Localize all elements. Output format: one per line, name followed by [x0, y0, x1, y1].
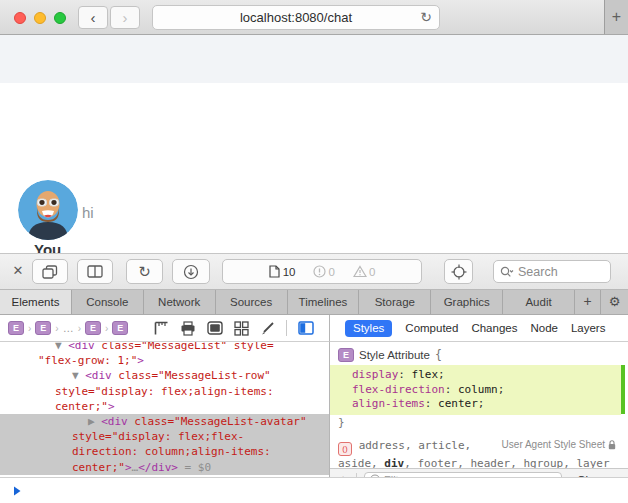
- settings-gear-icon[interactable]: ⚙: [601, 290, 628, 314]
- breadcrumb-element-badge[interactable]: E: [112, 321, 128, 335]
- new-tab-button[interactable]: +: [604, 0, 628, 34]
- css-property-value: column: [458, 383, 498, 396]
- address-bar[interactable]: ↻: [152, 5, 440, 30]
- code-token: class="MessageList-avatar": [128, 415, 307, 428]
- css-semicolon: ;: [478, 397, 485, 410]
- code-token: <div: [68, 342, 95, 352]
- breadcrumb-ellipsis: …: [63, 322, 74, 334]
- tab-storage[interactable]: Storage: [359, 290, 431, 314]
- add-tab-button[interactable]: +: [575, 290, 601, 314]
- console-prompt-row[interactable]: [0, 477, 628, 503]
- ruler-icon[interactable]: [154, 321, 169, 336]
- dom-breadcrumb-bar: E›E›…›E›E: [0, 315, 330, 342]
- css-property-value: flex: [412, 368, 439, 381]
- split-view-button[interactable]: [77, 259, 113, 284]
- split-view-icon: [87, 265, 103, 278]
- search-input[interactable]: [518, 265, 596, 279]
- dom-tree-panel[interactable]: ▼ <div class="MessageList" style="flex-g…: [0, 342, 330, 478]
- screenshot-icon[interactable]: [207, 321, 223, 335]
- tab-graphics[interactable]: Graphics: [431, 290, 503, 314]
- dock-icon: [42, 265, 58, 279]
- paintbrush-icon[interactable]: [260, 321, 275, 336]
- print-icon[interactable]: [180, 321, 196, 336]
- dom-tree-line[interactable]: direction: column;align-items:: [0, 444, 329, 459]
- zoom-window-button[interactable]: [54, 12, 66, 24]
- css-declaration[interactable]: align-items: center;: [352, 397, 621, 412]
- dom-tree-line[interactable]: style="display: flex;flex-: [0, 429, 329, 444]
- lock-icon: [608, 440, 616, 450]
- dom-tree-line[interactable]: center;">…</div> = $0: [0, 460, 329, 475]
- reload-page-button[interactable]: ↻: [126, 259, 163, 284]
- tab-sources[interactable]: Sources: [216, 290, 288, 314]
- user-avatar: [18, 180, 78, 240]
- sidebar-toggle-icon[interactable]: [298, 321, 314, 335]
- element-picker-button[interactable]: [444, 259, 473, 284]
- code-token: style="display: flex;flex-: [72, 430, 244, 443]
- toolbar-divider: [286, 320, 287, 336]
- code-token: direction: column;align-items:: [72, 445, 271, 458]
- warning-count: 0: [353, 265, 375, 278]
- breadcrumb-element-badge[interactable]: E: [35, 321, 51, 335]
- sidebar-tab-computed[interactable]: Computed: [405, 322, 458, 334]
- tab-elements[interactable]: Elements: [0, 290, 72, 314]
- css-colon: :: [445, 383, 458, 396]
- breadcrumb-separator: ›: [78, 323, 81, 334]
- inspector-search-field[interactable]: [493, 260, 611, 283]
- code-token: = $0: [178, 461, 211, 474]
- styles-panel: E Style Attribute { display: flex;flex-d…: [330, 342, 628, 478]
- dom-tree-line[interactable]: ▶ <div class="MessageList-avatar": [0, 414, 329, 429]
- breadcrumb-element-badge[interactable]: E: [8, 321, 24, 335]
- breadcrumb-separator: ›: [55, 323, 58, 334]
- code-token: >: [137, 354, 144, 367]
- grid-icon[interactable]: [234, 321, 249, 336]
- css-colon: :: [425, 397, 438, 410]
- inspector-tab-bar: ElementsConsoleNetworkSourcesTimelinesSt…: [0, 290, 628, 315]
- code-token: >: [125, 461, 132, 474]
- crosshair-icon: [451, 264, 467, 280]
- styles-sidebar-tab-bar: StylesComputedChangesNodeLayers: [330, 315, 628, 342]
- tab-network[interactable]: Network: [144, 290, 216, 314]
- code-token: class="MessageList": [95, 342, 227, 352]
- code-token: <div: [101, 415, 128, 428]
- dock-button[interactable]: [32, 259, 68, 284]
- dom-tree-line[interactable]: center;">: [0, 399, 329, 414]
- error-count: 0: [313, 265, 334, 278]
- close-window-button[interactable]: [14, 12, 26, 24]
- sidebar-tab-styles[interactable]: Styles: [345, 320, 392, 337]
- css-declaration[interactable]: display: flex;: [352, 368, 621, 383]
- reload-icon[interactable]: ↻: [420, 9, 432, 25]
- css-declarations[interactable]: display: flex;flex-direction: column;ali…: [330, 365, 621, 415]
- resource-status-control[interactable]: 10 0 0: [222, 259, 422, 284]
- sidebar-tab-node[interactable]: Node: [530, 322, 558, 334]
- tab-console[interactable]: Console: [72, 290, 144, 314]
- error-icon: [313, 265, 326, 278]
- close-inspector-button[interactable]: ✕: [11, 263, 25, 278]
- breadcrumb-separator: ›: [28, 323, 31, 334]
- stylesheet-origin: User Agent Style Sheet: [502, 439, 616, 450]
- sidebar-tab-layers[interactable]: Layers: [571, 322, 606, 334]
- warning-icon: [353, 265, 367, 278]
- code-token: ▶: [88, 415, 101, 428]
- breadcrumb-element-badge[interactable]: E: [85, 321, 101, 335]
- safari-window: ‹ › ↻ + hi You: [0, 0, 628, 503]
- dom-tree-line[interactable]: "flex-grow: 1;">: [0, 353, 329, 368]
- css-declaration[interactable]: flex-direction: column;: [352, 383, 621, 398]
- code-token: </div>: [138, 461, 178, 474]
- back-button[interactable]: ‹: [78, 6, 108, 29]
- css-semicolon: ;: [438, 368, 445, 381]
- url-input[interactable]: [153, 6, 439, 29]
- code-token: center;": [55, 400, 108, 413]
- dom-tree-line[interactable]: ▼ <div class="MessageList-row": [0, 368, 329, 383]
- tab-timelines[interactable]: Timelines: [288, 290, 360, 314]
- code-token: >: [108, 400, 115, 413]
- forward-button[interactable]: ›: [110, 6, 140, 29]
- code-token: style=: [227, 342, 273, 352]
- download-button[interactable]: [172, 259, 210, 284]
- tab-audit[interactable]: Audit: [503, 290, 575, 314]
- css-semicolon: ;: [498, 383, 505, 396]
- dom-tree-line[interactable]: style="display: flex;align-items:: [0, 384, 329, 399]
- style-rule-header: E Style Attribute {: [338, 348, 442, 362]
- dom-tree-line[interactable]: ▼ <div class="MessageList" style=: [0, 342, 329, 353]
- sidebar-tab-changes[interactable]: Changes: [471, 322, 517, 334]
- minimize-window-button[interactable]: [34, 12, 46, 24]
